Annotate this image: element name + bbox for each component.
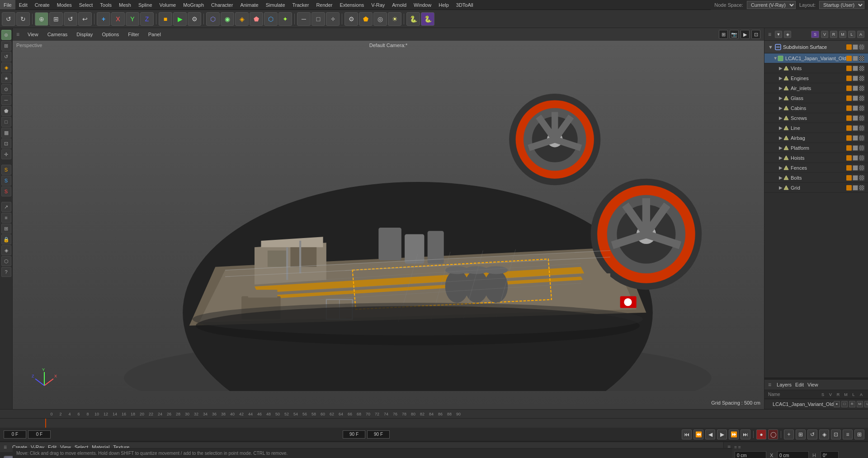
vp-camera-icon[interactable]: 📷 xyxy=(730,30,739,39)
menu-item-3dtoall[interactable]: 3DToAll xyxy=(453,0,477,10)
vp-render-icon[interactable]: ▶ xyxy=(741,30,750,39)
move-tool-button[interactable]: ⊕ xyxy=(35,12,48,26)
layers-menu-edit[interactable]: Edit xyxy=(795,382,804,387)
bounce-btn[interactable]: ↺ xyxy=(807,429,817,439)
tool-scale[interactable]: ⊞ xyxy=(1,41,11,51)
tool-visibility[interactable]: ◈ xyxy=(1,245,11,255)
tool-select[interactable]: ◈ xyxy=(1,62,11,72)
tool-edge[interactable]: ─ xyxy=(1,95,11,105)
tree-item-air-inlets[interactable]: ▶ Air_inlets xyxy=(764,83,868,93)
spline-button[interactable]: ⬡ xyxy=(264,12,278,26)
motion-blur-btn[interactable]: ≡ xyxy=(843,429,853,439)
tool-layer2[interactable]: ⬡ xyxy=(1,256,11,266)
z-axis-button[interactable]: Z xyxy=(140,12,154,26)
layout-select[interactable]: Startup (User) xyxy=(819,1,864,9)
mat-menu-icon[interactable]: ≡ xyxy=(4,444,7,450)
cube-button[interactable]: ⬡ xyxy=(206,12,220,26)
menu-item-file[interactable]: File xyxy=(0,0,15,10)
record-button[interactable]: ● xyxy=(756,429,766,439)
snap-btn[interactable]: ⊡ xyxy=(831,429,841,439)
viewport-view-menu[interactable]: View xyxy=(25,31,41,38)
tool-rotate[interactable]: ↺ xyxy=(1,52,11,62)
menu-item-vray[interactable]: V-Ray xyxy=(368,0,388,10)
skip-start-button[interactable]: ⏮ xyxy=(682,429,692,439)
menu-item-edit[interactable]: Edit xyxy=(15,0,31,10)
obj-manager-btn-5[interactable]: R xyxy=(830,31,837,38)
settings2-button[interactable]: ⚙ xyxy=(344,12,358,26)
tree-item-cabins[interactable]: ▶ Cabins xyxy=(764,103,868,113)
render-region-button[interactable]: ■ xyxy=(159,12,172,26)
viewport-cameras-menu[interactable]: Cameras xyxy=(45,31,71,38)
x-pos-input[interactable] xyxy=(735,451,766,458)
obj-manager-btn-7[interactable]: L xyxy=(848,31,855,38)
render-settings-button[interactable]: ⚙ xyxy=(188,12,201,26)
menu-item-help[interactable]: Help xyxy=(435,0,453,10)
loop-btn[interactable]: ⊞ xyxy=(796,429,806,439)
menu-item-window[interactable]: Window xyxy=(410,0,435,10)
menu-item-extensions[interactable]: Extensions xyxy=(336,0,368,10)
obj-manager-btn-8[interactable]: A xyxy=(857,31,864,38)
tool-grid[interactable]: ⊞ xyxy=(1,224,11,234)
tree-item-vints[interactable]: ▶ Vints xyxy=(764,63,868,73)
obj-manager-btn-1[interactable]: ▼ xyxy=(775,31,782,38)
next-frame-button[interactable]: ⏩ xyxy=(729,429,739,439)
obj-manager-btn-2[interactable]: ◈ xyxy=(784,31,791,38)
fps-input[interactable] xyxy=(367,430,390,439)
tree-item-glass[interactable]: ▶ Glass xyxy=(764,93,868,103)
viewport-filter-menu[interactable]: Filter xyxy=(125,31,142,38)
tree-item-screws[interactable]: ▶ Screws xyxy=(764,113,868,123)
tool-paint[interactable]: ★ xyxy=(1,73,11,83)
tool-sculpt[interactable]: ⊙ xyxy=(1,84,11,94)
menu-item-select[interactable]: Select xyxy=(75,0,97,10)
menu-item-volume[interactable]: Volume xyxy=(156,0,180,10)
layer-row-root[interactable]: LCAC1_Japan_Variant_Old ● □ R M L ▶ xyxy=(764,399,868,409)
menu-item-spline[interactable]: Spline xyxy=(135,0,156,10)
layers-menu-layers[interactable]: Layers xyxy=(777,382,792,387)
start-frame-input[interactable] xyxy=(28,430,51,439)
vp-expand-icon[interactable]: ⊞ xyxy=(719,30,728,39)
rotate-tool-button[interactable]: ↺ xyxy=(64,12,77,26)
menu-item-mesh[interactable]: Mesh xyxy=(115,0,135,10)
viewport-display-menu[interactable]: Display xyxy=(74,31,95,38)
bridge-button[interactable]: □ xyxy=(311,12,325,26)
camera-button[interactable]: ◎ xyxy=(373,12,387,26)
tool-polygon[interactable]: ⬟ xyxy=(1,106,11,116)
play-rev-button[interactable]: ◀ xyxy=(705,429,715,439)
menu-item-create[interactable]: Create xyxy=(31,0,53,10)
python-button[interactable]: 🐍 xyxy=(406,12,420,26)
knife-button[interactable]: ─ xyxy=(297,12,311,26)
tree-item-engines[interactable]: ▶ Engines xyxy=(764,73,868,83)
vp-settings-icon[interactable]: ⊡ xyxy=(751,30,760,39)
preview-btn[interactable]: ◈ xyxy=(819,429,829,439)
add-button[interactable]: + xyxy=(97,12,110,26)
tool-object[interactable]: □ xyxy=(1,117,11,127)
tool-question[interactable]: ? xyxy=(1,267,11,277)
transform-tool-button[interactable]: ↩ xyxy=(78,12,92,26)
tree-item-root[interactable]: ▼ LCAC1_Japan_Variant_Old xyxy=(764,53,868,63)
h-input[interactable] xyxy=(821,451,839,458)
layers-menu-icon[interactable]: ≡ xyxy=(768,382,771,388)
tree-item-line[interactable]: ▶ Line xyxy=(764,123,868,133)
tool-snap[interactable]: ⊡ xyxy=(1,138,11,148)
tool-bend[interactable]: ↗ xyxy=(1,202,11,212)
menu-item-arnold[interactable]: Arnold xyxy=(388,0,410,10)
viewport-menu-icon[interactable]: ≡ xyxy=(16,31,19,38)
play-button[interactable]: ▶ xyxy=(717,429,727,439)
menu-item-simulate[interactable]: Simulate xyxy=(262,0,289,10)
nurbs-button[interactable]: ✦ xyxy=(278,12,292,26)
tool-move[interactable]: ⊕ xyxy=(1,30,11,40)
playback-mode-btn[interactable]: + xyxy=(784,429,794,439)
tool-s2[interactable]: S xyxy=(1,176,11,186)
viewport-options-menu[interactable]: Options xyxy=(99,31,122,38)
menu-item-tools[interactable]: Tools xyxy=(96,0,115,10)
current-frame-input[interactable] xyxy=(4,430,26,439)
obj-manager-btn-4[interactable]: V xyxy=(821,31,828,38)
tool-lock[interactable]: 🔒 xyxy=(1,234,11,244)
polygon-button[interactable]: ⬟ xyxy=(250,12,263,26)
layer-icon-m[interactable]: M xyxy=(857,401,863,407)
layer-icon-r[interactable]: R xyxy=(849,401,855,407)
tree-item-grid[interactable]: ▶ Grid xyxy=(764,183,868,193)
menu-item-animate[interactable]: Animate xyxy=(236,0,262,10)
x-rot-input[interactable] xyxy=(777,451,809,458)
timeline-track[interactable] xyxy=(0,419,868,428)
